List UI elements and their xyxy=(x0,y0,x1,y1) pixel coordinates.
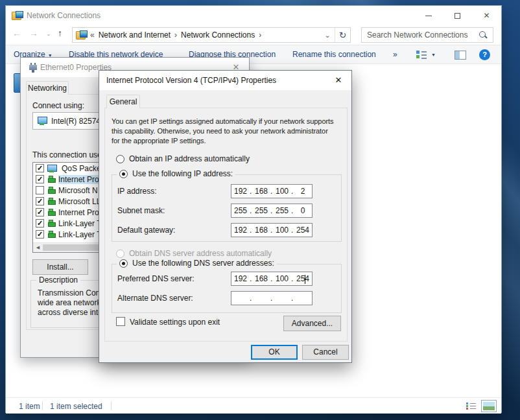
close-button[interactable]: ✕ xyxy=(472,6,501,25)
change-view-icon[interactable] xyxy=(416,50,427,60)
protocol-checkbox[interactable]: ✓ xyxy=(36,164,44,172)
status-divider xyxy=(42,401,43,410)
details-view-icon[interactable] xyxy=(466,402,477,410)
intro-text: You can get IP settings assigned automat… xyxy=(112,117,334,146)
breadcrumb-separator-icon[interactable]: › xyxy=(174,30,177,40)
octet: 255 xyxy=(273,206,291,215)
connection-uses-label: This connection use xyxy=(32,150,102,159)
protocol-icon xyxy=(48,209,56,216)
radio-use-dns[interactable]: Use the following DNS server addresses: xyxy=(117,259,277,268)
refresh-icon[interactable]: ↻ xyxy=(335,28,350,42)
network-connections-icon xyxy=(12,10,23,21)
protocol-checkbox[interactable]: ✓ xyxy=(36,208,44,216)
breadcrumb-separator-icon[interactable]: › xyxy=(259,30,261,40)
protocol-name: Internet Pro xyxy=(58,208,99,217)
tcpip-properties-dialog: Internet Protocol Version 4 (TCP/IPv4) P… xyxy=(99,70,352,363)
subnet-mask-field[interactable]: 2552552550 xyxy=(231,204,313,218)
tcpip-dialog-title: Internet Protocol Version 4 (TCP/IPv4) P… xyxy=(106,76,276,85)
tab-networking[interactable]: Networking xyxy=(26,81,69,95)
description-text: Transmission Cont xyxy=(38,288,102,298)
radio-use-dns-label: Use the following DNS server addresses: xyxy=(132,259,274,268)
network-adapter-icon xyxy=(38,117,46,125)
search-placeholder: Search Network Connections xyxy=(367,30,467,40)
connect-using-label: Connect using: xyxy=(32,101,84,110)
minimize-button[interactable] xyxy=(414,6,443,25)
ok-button[interactable]: OK xyxy=(251,345,298,360)
alternate-dns-label: Alternate DNS server: xyxy=(117,294,193,303)
back-button[interactable]: ← xyxy=(12,28,21,38)
radio-use-ip-circle[interactable] xyxy=(119,170,128,178)
protocol-icon xyxy=(48,176,56,183)
tab-general[interactable]: General xyxy=(106,95,140,108)
advanced-button[interactable]: Advanced... xyxy=(283,316,341,331)
toolbar-overflow-chevron[interactable]: » xyxy=(393,50,397,59)
protocol-checkbox[interactable]: ✓ xyxy=(36,230,44,239)
octet: 168 xyxy=(252,187,270,196)
protocol-icon xyxy=(48,198,56,205)
octet: 0 xyxy=(294,206,312,215)
protocol-name: Link-Layer T xyxy=(58,219,101,228)
subnet-mask-row: Subnet mask: 2552552550 xyxy=(112,204,341,218)
install-button[interactable]: Install... xyxy=(32,259,88,275)
default-gateway-label: Default gateway: xyxy=(117,226,175,235)
scroll-left-icon[interactable]: ◀ xyxy=(33,243,43,252)
address-dropdown-icon[interactable]: ⌄ xyxy=(320,31,335,40)
status-bar: 1 item 1 item selected xyxy=(6,397,501,414)
radio-obtain-ip-circle[interactable] xyxy=(116,155,124,163)
ip-address-field[interactable]: 1921681002 xyxy=(231,184,313,198)
radio-use-ip[interactable]: Use the following IP address: xyxy=(117,169,235,178)
octet: 2 xyxy=(294,187,312,196)
recent-locations-chevron-icon[interactable]: ⌄ xyxy=(46,30,51,37)
default-gateway-row: Default gateway: 192168100254 xyxy=(112,223,341,237)
validate-settings-checkbox[interactable] xyxy=(116,317,125,326)
breadcrumb-network-and-internet[interactable]: Network and Internet xyxy=(99,30,171,40)
window-title: Network Connections xyxy=(27,11,100,20)
status-divider xyxy=(111,401,112,410)
octet: 192 xyxy=(231,226,250,235)
use-dns-groupbox: Use the following DNS server addresses: … xyxy=(112,264,342,313)
subnet-mask-label: Subnet mask: xyxy=(117,206,165,215)
breadcrumb-overflow-icon[interactable]: « xyxy=(90,30,95,40)
tcpip-dialog-titlebar: Internet Protocol Version 4 (TCP/IPv4) P… xyxy=(99,71,351,90)
large-icons-view-icon[interactable] xyxy=(481,400,497,412)
description-label: Description xyxy=(36,275,80,285)
address-bar-controls: ⌄ ↻ xyxy=(320,28,350,42)
preferred-dns-field[interactable]: 192168100254 xyxy=(231,272,313,286)
radio-obtain-dns-label: Obtain DNS server address automatically xyxy=(129,249,272,258)
up-button[interactable]: ↑ xyxy=(58,28,62,38)
search-icon[interactable] xyxy=(479,30,488,40)
radio-obtain-dns-circle xyxy=(116,250,124,258)
octet: 168 xyxy=(252,226,270,235)
alternate-dns-field[interactable] xyxy=(231,291,313,305)
help-icon[interactable]: ? xyxy=(479,49,490,60)
preview-pane-icon[interactable] xyxy=(455,51,466,60)
protocol-icon xyxy=(48,220,56,227)
protocol-checkbox[interactable] xyxy=(36,186,44,194)
protocol-checkbox[interactable]: ✓ xyxy=(36,197,44,205)
protocol-name: Microsoft LL xyxy=(58,197,100,206)
protocol-name: Link-Layer T xyxy=(58,230,101,239)
octet: 192 xyxy=(231,274,250,283)
search-input[interactable]: Search Network Connections xyxy=(361,27,493,43)
breadcrumb-network-connections[interactable]: Network Connections xyxy=(181,30,255,40)
text-caret xyxy=(305,275,305,284)
rename-connection-button[interactable]: Rename this connection xyxy=(292,50,376,59)
network-monitor-icon xyxy=(47,165,56,172)
radio-obtain-ip[interactable]: Obtain an IP address automatically xyxy=(116,154,250,163)
octet-dot xyxy=(291,294,294,303)
maximize-button[interactable] xyxy=(443,6,472,25)
protocol-checkbox[interactable]: ✓ xyxy=(36,219,44,228)
tcpip-dialog-close-button[interactable]: ✕ xyxy=(325,71,351,90)
forward-button[interactable]: → xyxy=(29,28,38,38)
default-gateway-field[interactable]: 192168100254 xyxy=(231,223,313,237)
item-count: 1 item xyxy=(19,402,40,411)
selection-count: 1 item selected xyxy=(50,402,102,411)
address-location-icon xyxy=(76,30,88,40)
cancel-button[interactable]: Cancel xyxy=(302,345,349,360)
preferred-dns-row: Preferred DNS server: 192168100254 xyxy=(112,272,341,286)
change-view-dropdown-icon[interactable]: ▼ xyxy=(431,52,436,57)
address-bar[interactable]: « Network and Internet › Network Connect… xyxy=(72,27,351,43)
protocol-name: Microsoft N xyxy=(58,186,98,195)
protocol-checkbox[interactable]: ✓ xyxy=(36,175,44,183)
radio-use-dns-circle[interactable] xyxy=(119,259,128,268)
